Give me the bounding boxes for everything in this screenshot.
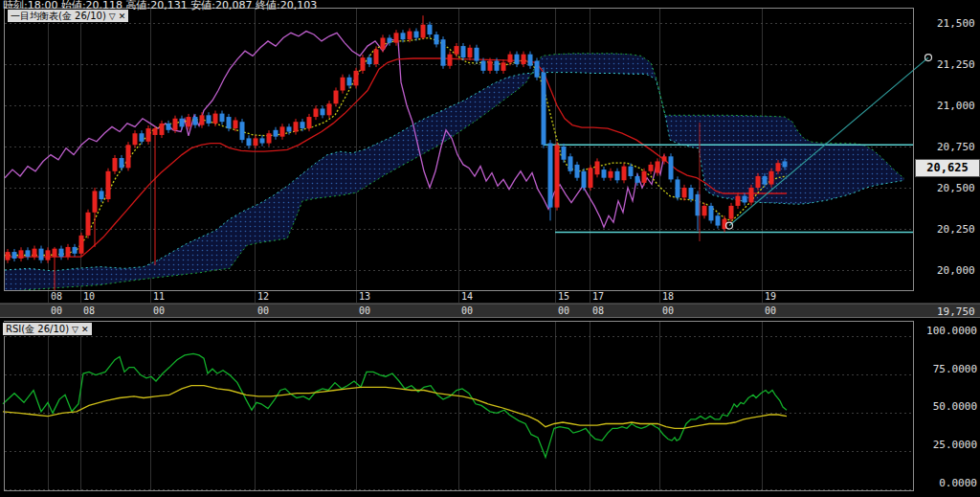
candle bbox=[374, 50, 379, 64]
candle bbox=[615, 171, 620, 180]
candle bbox=[428, 25, 433, 34]
candle bbox=[676, 179, 680, 197]
price-axis-label: 19,750 bbox=[937, 305, 975, 318]
candle bbox=[347, 78, 352, 86]
collapse-icon[interactable]: ▽ bbox=[72, 324, 78, 335]
chart-canvas[interactable]: 21,50021,25021,00020,75020,50020,25020,0… bbox=[0, 0, 980, 497]
candle bbox=[736, 196, 741, 206]
candle bbox=[394, 33, 399, 42]
candle bbox=[441, 39, 446, 66]
candle bbox=[649, 165, 654, 171]
hour-axis-label: 00 bbox=[461, 305, 473, 316]
candle bbox=[381, 37, 386, 49]
candle bbox=[501, 62, 506, 71]
candle bbox=[475, 48, 479, 61]
candle bbox=[508, 55, 513, 63]
candle bbox=[434, 34, 439, 44]
candle bbox=[220, 114, 225, 123]
candle bbox=[140, 133, 145, 142]
candle bbox=[126, 145, 131, 168]
candle bbox=[213, 114, 218, 124]
candle bbox=[629, 167, 634, 176]
candle bbox=[314, 108, 319, 117]
candle bbox=[535, 61, 540, 78]
date-axis-label: 18 bbox=[662, 291, 674, 302]
candle bbox=[19, 250, 24, 259]
candle bbox=[468, 48, 473, 57]
candle bbox=[301, 122, 305, 128]
candle bbox=[274, 130, 278, 137]
price-axis-label: 20,500 bbox=[937, 182, 975, 194]
candle bbox=[716, 215, 721, 225]
candle bbox=[455, 46, 459, 55]
hour-axis-label: 00 bbox=[359, 305, 370, 316]
candle bbox=[582, 171, 587, 188]
price-axis-label: 21,250 bbox=[937, 58, 975, 71]
rsi-axis-label: 75.0000 bbox=[933, 363, 977, 375]
hour-axis-label: 08 bbox=[83, 305, 95, 316]
candle bbox=[495, 61, 500, 71]
collapse-icon[interactable]: ▽ bbox=[109, 11, 116, 22]
candle bbox=[46, 250, 51, 260]
candle bbox=[200, 115, 205, 124]
close-icon[interactable]: ✕ bbox=[119, 11, 126, 22]
hour-axis-label: 00 bbox=[662, 305, 674, 316]
trading-chart-window: 21,50021,25021,00020,75020,50020,25020,0… bbox=[0, 0, 980, 497]
candle bbox=[53, 249, 57, 258]
candle bbox=[120, 158, 124, 168]
rsi-indicator-label-box: RSI(金 26/10) ▽ ✕ bbox=[2, 322, 93, 336]
candle bbox=[548, 144, 553, 208]
candle bbox=[354, 71, 359, 85]
candle bbox=[260, 138, 265, 143]
price-axis-label: 20,250 bbox=[937, 223, 975, 236]
candle bbox=[575, 165, 580, 178]
time-axis-strip bbox=[0, 304, 980, 318]
candle bbox=[488, 61, 493, 71]
candle bbox=[59, 249, 64, 258]
current-price-badge: 20,625 bbox=[915, 159, 980, 177]
candle bbox=[73, 247, 78, 254]
rsi-axis-label: 100.0000 bbox=[926, 325, 977, 337]
candle bbox=[153, 128, 158, 135]
ichimoku-indicator-label: 一目均衡表(金 26/10) bbox=[11, 11, 106, 22]
candle bbox=[481, 61, 486, 71]
hour-axis-label: 00 bbox=[257, 305, 269, 316]
date-axis-label: 12 bbox=[257, 291, 269, 302]
close-icon[interactable]: ✕ bbox=[81, 324, 89, 335]
date-axis-label: 13 bbox=[359, 291, 370, 302]
candle bbox=[783, 161, 788, 167]
candle bbox=[769, 171, 774, 185]
rsi-axis-label: 50.0000 bbox=[933, 400, 977, 413]
candle bbox=[280, 126, 285, 136]
hour-axis-label: 00 bbox=[51, 305, 62, 316]
candle bbox=[106, 171, 111, 199]
candle bbox=[763, 176, 768, 185]
candle bbox=[187, 117, 191, 126]
candle bbox=[515, 55, 520, 64]
candle bbox=[702, 206, 707, 215]
candle bbox=[327, 103, 332, 115]
price-axis-label: 21,500 bbox=[937, 17, 975, 30]
date-axis-label: 10 bbox=[83, 291, 95, 302]
candle bbox=[555, 145, 560, 207]
candle bbox=[522, 55, 526, 64]
candle bbox=[193, 117, 198, 125]
candle bbox=[609, 171, 613, 178]
candle bbox=[448, 55, 453, 66]
candle bbox=[39, 249, 44, 260]
candle bbox=[26, 250, 31, 257]
candle bbox=[254, 138, 258, 146]
candle bbox=[207, 115, 212, 124]
date-axis-label: 08 bbox=[51, 291, 62, 302]
hour-axis-label: 08 bbox=[592, 305, 604, 316]
candle bbox=[294, 122, 299, 131]
price-axis-label: 21,000 bbox=[937, 100, 975, 112]
candle bbox=[321, 108, 325, 115]
candle bbox=[414, 32, 419, 38]
candle bbox=[749, 188, 754, 202]
candle bbox=[341, 78, 345, 91]
candle bbox=[113, 158, 118, 171]
rsi-average-line bbox=[3, 386, 787, 429]
candle bbox=[776, 163, 781, 171]
rsi-line bbox=[3, 353, 787, 457]
